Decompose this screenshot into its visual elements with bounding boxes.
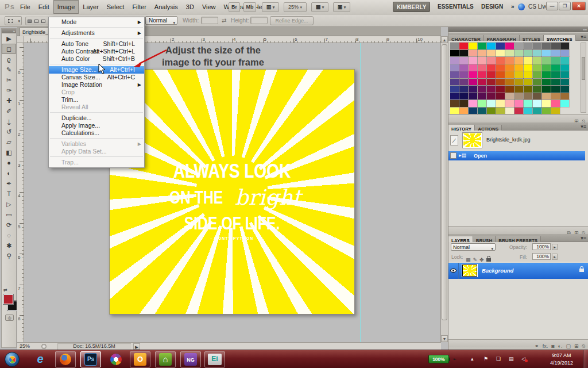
width-input[interactable] [201,17,218,24]
brush-tool[interactable]: ✐ [2,106,16,116]
clone-stamp-tool[interactable]: ⍊ [2,116,16,126]
swatch[interactable] [514,50,523,57]
type-tool[interactable]: T [2,189,16,199]
restore-button[interactable]: ❐ [559,2,571,10]
dodge-tool[interactable]: ◐ [2,168,16,178]
swatch[interactable] [533,79,541,86]
swatch[interactable] [478,86,486,93]
swatch[interactable] [469,71,477,78]
swatch[interactable] [487,93,496,100]
swatch[interactable] [496,108,505,114]
swatch[interactable] [450,71,459,78]
swatch[interactable] [542,93,551,100]
swatch[interactable] [514,71,523,78]
workspace-design[interactable]: DESIGN [478,0,506,14]
swatch[interactable] [459,50,468,57]
swatch[interactable] [469,50,477,57]
menubar-item-view[interactable]: View [198,0,220,14]
swatch[interactable] [487,79,496,86]
swatch[interactable] [533,93,541,100]
pen-tool[interactable]: ✒ [2,178,16,189]
swatch[interactable] [533,57,541,64]
opacity-value[interactable]: 100% [532,243,551,250]
menubar-item-image[interactable]: Image [53,0,79,14]
swatch[interactable] [487,64,496,71]
foreground-color-chip[interactable] [3,294,13,304]
swatch[interactable] [542,50,551,57]
path-selection-tool[interactable]: ▷ [2,199,16,209]
firefox-taskbar-icon[interactable] [55,351,76,367]
swatch[interactable] [560,86,569,93]
menu-item-trap[interactable]: Trap... [49,159,144,166]
swatch[interactable] [487,108,496,114]
eye-icon[interactable] [450,269,457,273]
swatch[interactable] [450,79,459,86]
subtract-selection-icon[interactable] [41,20,45,23]
swatch[interactable] [505,86,514,93]
delete-layer-icon[interactable]: ⍉ [582,343,585,350]
tool-preset-picker[interactable]: ▾ [5,16,22,25]
windows-update-icon[interactable]: ❏ [496,356,501,362]
swatch[interactable] [514,93,523,100]
outlook-taskbar-icon[interactable]: O [130,351,150,367]
menu-item-duplicate[interactable]: Duplicate... [49,114,144,122]
swatch[interactable] [551,93,560,100]
rectangle-tool[interactable]: ▭ [2,209,16,220]
menu-item-image-size[interactable]: Image Size...Alt+Ctrl+I [49,66,144,74]
swatch[interactable] [533,86,541,93]
swatch[interactable] [469,64,477,71]
workspace-more-button[interactable]: » [508,0,518,14]
arrange-documents-button[interactable]: ▦ ▾ [311,2,328,12]
swatch[interactable] [496,57,505,64]
swatch[interactable] [514,57,523,64]
link-layers-icon[interactable]: ⚭ [535,343,539,350]
layer-row-background[interactable]: Background [448,263,588,279]
history-brush-source-icon[interactable]: ∕ [450,135,458,145]
ng-taskbar-icon[interactable]: NG [180,351,201,367]
swatch[interactable] [533,108,541,114]
history-snapshot-row[interactable]: ∕ Brightside_krdk.jpg [450,133,587,149]
swatch[interactable] [505,64,514,71]
screen-mode-button[interactable]: ▣ ▾ [333,2,350,12]
new-layer-icon[interactable]: ⊞ [574,343,579,350]
swatch[interactable] [505,57,514,64]
status-menu-arrow[interactable]: ▶ [133,343,140,350]
3d-orbit-tool[interactable]: ◌ [2,230,16,240]
swatch[interactable] [533,43,541,49]
add-selection-icon[interactable] [34,20,38,23]
swatch[interactable] [469,86,477,93]
swatch[interactable] [450,57,459,64]
hand-tool[interactable]: ✱ [2,240,16,251]
swatch[interactable] [450,64,459,71]
swatch[interactable] [459,43,468,49]
menubar-item-analysis[interactable]: Analysis [150,0,182,14]
swatch[interactable] [496,71,505,78]
swatch[interactable] [560,100,569,107]
menu-item-canvas-size[interactable]: Canvas Size...Alt+Ctrl+C [49,74,144,81]
menu-item-auto-contrast[interactable]: Auto ContrastAlt+Shift+Ctrl+L [49,48,144,55]
gradient-tool[interactable]: ◧ [2,147,16,158]
swatch[interactable] [459,57,468,64]
swatch[interactable] [487,71,496,78]
show-desktop-button[interactable] [583,350,588,368]
menu-item-reveal-all[interactable]: Reveal All [49,103,144,111]
swatch[interactable] [533,71,541,78]
panel-menu-icon[interactable]: ▾≡ [581,34,586,40]
swatch[interactable] [542,108,551,114]
height-input[interactable] [250,17,268,24]
swatch[interactable] [505,79,514,86]
refine-edge-button[interactable]: Refine Edge... [270,16,314,25]
eyedropper-tool[interactable]: ✑ [2,85,16,95]
network-icon[interactable]: ▤ [509,356,514,362]
swatches-scrollbar[interactable] [581,43,586,113]
zoom-level-button[interactable]: 25% ▾ [284,2,307,12]
swatch[interactable] [533,100,541,107]
swatch[interactable] [478,71,486,78]
swatch[interactable] [551,50,560,57]
move-tool[interactable]: ▶ [2,33,16,44]
menu-item-auto-color[interactable]: Auto ColorShift+Ctrl+B [49,55,144,63]
menubar-item-edit[interactable]: Edit [34,0,53,14]
swatch[interactable] [469,100,477,107]
swatch[interactable] [551,71,560,78]
swatch[interactable] [496,93,505,100]
